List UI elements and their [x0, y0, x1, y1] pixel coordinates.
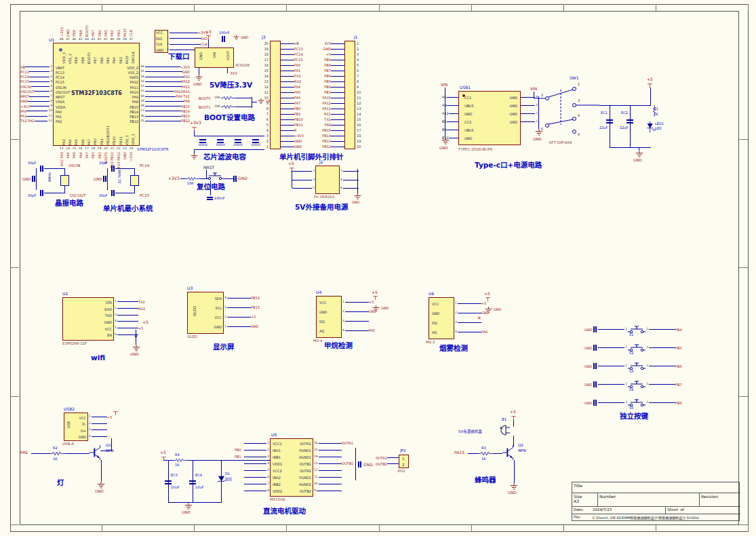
button-row[interactable]: GND 1 2 PB5 S2	[584, 339, 688, 357]
crystal2-block[interactable]: GND 30pF 30pF 32.768K PC14 PC15	[94, 160, 163, 206]
wifi-pin-names: STARXDTXDGNDVCCEN	[90, 299, 112, 339]
pin-number: 21	[110, 147, 114, 150]
net-oscout: OSCOUT	[70, 194, 85, 198]
wire	[387, 463, 399, 464]
typec-body[interactable]: CC1VBUSGNDCC2VBUSGND GNDGNDGNDGND	[458, 91, 521, 145]
net-label: PC13	[294, 47, 309, 51]
net-label: GND	[182, 70, 190, 74]
mq4-body[interactable]: VCCGNDDQAQ	[316, 296, 342, 338]
wire	[649, 366, 675, 366]
pin-number: 3	[89, 427, 91, 431]
net-label: PB13	[316, 139, 331, 143]
buzzer-block[interactable]: +5 B1 5V有源蜂鸣器 PA15 R3 1K Q2 NPN GND 蜂鸣器	[442, 408, 537, 502]
pin-name: OUTA1	[300, 442, 311, 446]
crystal1-block[interactable]: GND 30pF 30pF 8MHz OSCIN OSCOUT 晶振电路	[22, 160, 94, 206]
wire	[331, 130, 344, 131]
pin-number: 20	[104, 147, 108, 150]
regulator-block[interactable]: +5 100nF GND GND VIN VOUT XC6206 3V3 GND…	[192, 30, 260, 94]
net-label: PB10	[294, 117, 309, 121]
pin-number: 41	[104, 37, 108, 41]
u5-body[interactable]: VCC1INA1INB1VDD1VCC2INA2INB2VDD2 OUTA1PG…	[270, 438, 313, 497]
net-label: PC14	[20, 75, 29, 79]
j2-body[interactable]	[315, 166, 340, 194]
filter-caps-block[interactable]: +3V3 100nF100nF100nF100nF 芯片滤波电容	[188, 121, 270, 163]
wire	[281, 114, 294, 115]
button-row[interactable]: GND 1 2 PB6 S3	[584, 357, 688, 375]
buttons-block[interactable]: GND 1 2 PB4 S1 GND 1 2 PB5 S2 GND 1 2	[584, 320, 688, 422]
grid-row-label	[739, 268, 748, 397]
button-row[interactable]: GND 1 2 PB4 S1	[584, 320, 688, 339]
header-pin: 13RX2	[260, 79, 309, 84]
pin-number: 10	[48, 109, 52, 112]
cell-number: 2	[402, 463, 405, 467]
net-label: PC15	[20, 79, 29, 83]
wire	[36, 168, 37, 190]
net-label: R	[294, 128, 309, 132]
lamp-block[interactable]: USB2 USB VCCD-D+GND 1+5234 USB-A PA6 R2 …	[19, 406, 126, 502]
npn-transistor-icon[interactable]	[89, 445, 104, 460]
button-row[interactable]: GND 1 2 PB8 S5	[584, 394, 688, 412]
j2-right-pin: 4	[340, 176, 359, 185]
grid-columns-bottom	[10, 525, 749, 532]
title-label: Title	[574, 483, 582, 488]
mq4-block[interactable]: U4 VCCGNDDQAQ 1+52GND34PA5 +5 GND MQ-4 甲…	[306, 290, 386, 354]
wire	[649, 384, 675, 385]
mcu-body[interactable]: VDD_3VSS_3PB9PB8BOOT0PB7PB6PB5PB4PB3PA15…	[53, 43, 140, 146]
wire	[281, 130, 294, 131]
buzzer-icon[interactable]	[498, 425, 510, 436]
reset-button-icon[interactable]	[206, 172, 224, 180]
net-label: PA15	[316, 96, 331, 100]
wire	[331, 114, 344, 115]
motor-driver-block[interactable]: +5 R4 1K EC3 10uF EC4 10uF D1 稳压 GND U5 …	[155, 433, 422, 520]
regulator-body[interactable]: GND VIN VOUT	[195, 47, 234, 68]
wire	[281, 119, 294, 120]
header-pin: 5PB11	[260, 122, 309, 128]
pin-name: VCC	[105, 327, 112, 331]
pin-number: 4	[167, 47, 169, 51]
r4-ref: R4	[175, 453, 180, 457]
u5-right-names: OUTA1PGND1AGND1OUTB1OUTA2PGND2AGND2OUTB2	[294, 440, 311, 495]
pin-number: 4	[260, 128, 268, 132]
pin-number-1: 1	[625, 364, 627, 367]
wire	[145, 71, 182, 72]
wire	[331, 125, 344, 126]
mq2-block[interactable]: U6 VCCGNDDQAQ 1+52GND34PA4 ✕ +5 GND MQ-2…	[419, 292, 499, 357]
wifi-block[interactable]: U2 STARXDTXDGNDVCCEN 1TX22RX2345+56 +5 G…	[60, 292, 155, 365]
button-row[interactable]: GND 1 2 PB7 S4	[584, 375, 688, 394]
mcu-right-pin: 30PA9 TX1	[140, 94, 190, 99]
wire	[447, 105, 458, 106]
pin-name: AQ	[319, 329, 324, 333]
wifi-body[interactable]: STARXDTXDGNDVCCEN	[62, 297, 114, 341]
pin-headers-block[interactable]: J3 20VB19PC1318PC1417PC1516PA015PA114TX2…	[259, 35, 367, 164]
dip-switch-icon[interactable]	[534, 80, 602, 137]
pin-number: 46	[72, 37, 76, 41]
wifi-pin: 2RX2	[114, 305, 149, 312]
power-switch-block[interactable]: VIN SW1 2 1 3 4 5 6 KFT DIP-8X8 +5 EC1 2…	[530, 76, 660, 163]
pin-number: 1	[167, 31, 169, 34]
oled-body[interactable]: OLED SDASCLVCCGND	[187, 292, 224, 334]
reset-block[interactable]: +3V3 10K NRST GND 复位电路 100nF	[168, 164, 251, 206]
u5-part: MX1508	[270, 498, 285, 502]
header-pin: PA1113	[316, 106, 365, 111]
mq2-designator: U6	[429, 292, 434, 296]
usb2-body[interactable]: USB VCCD-D+GND	[64, 413, 88, 441]
wire	[227, 298, 251, 299]
minsys-caption: 单片机最小系统	[103, 205, 153, 212]
boot-row: BOOT110K	[199, 102, 252, 111]
grid-column-label	[656, 4, 749, 11]
net-label: PA15	[123, 28, 127, 37]
mcu-right-pin: 33PA12	[140, 79, 190, 84]
wire	[236, 98, 252, 98]
usb2-pins: 1+5234	[88, 414, 115, 440]
wire	[227, 317, 251, 318]
jp2-body[interactable]: 12	[399, 455, 409, 468]
mq2-body[interactable]: VCCGNDDQAQ	[429, 297, 454, 339]
oled-block[interactable]: U3 OLED SDASCLVCCGND 4PB143PB152+51GND O…	[184, 286, 271, 356]
net-label: PA5	[72, 152, 76, 158]
grid-column-label	[472, 525, 564, 532]
net-label: PB4	[316, 85, 331, 89]
npn-transistor-icon[interactable]	[502, 445, 517, 460]
wire	[145, 91, 175, 92]
backup-power-block[interactable]: +5 J2 135 246 GND Pin HDR2X3 5V外接备用电源	[287, 160, 365, 216]
oled-pin: 3PB15	[224, 303, 264, 312]
